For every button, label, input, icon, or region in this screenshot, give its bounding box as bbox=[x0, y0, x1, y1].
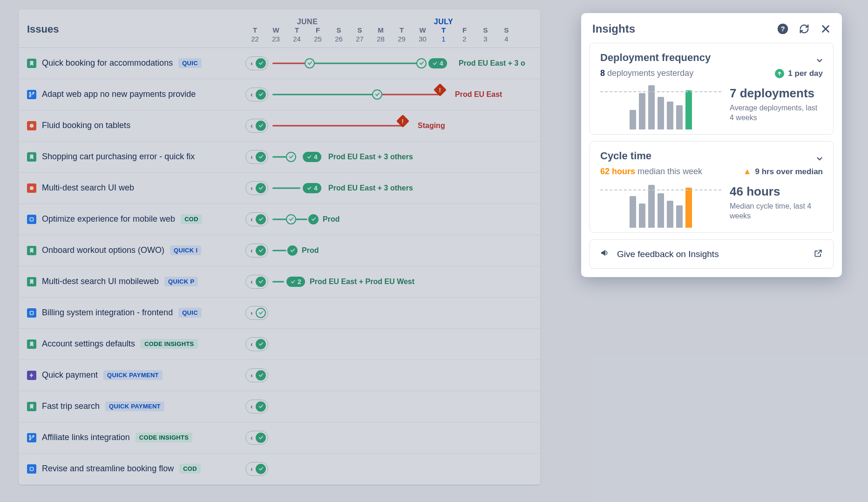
calendar-day: T29 bbox=[391, 26, 412, 44]
calendar-day: T1 bbox=[433, 26, 454, 44]
cycle-value: 62 hours bbox=[600, 167, 635, 176]
timeline-start-pill[interactable]: ‹ bbox=[245, 212, 268, 226]
deployment-frequency-card[interactable]: Deployment frequency 8 deployments yeste… bbox=[590, 43, 834, 135]
timeline-start-pill[interactable]: ‹ bbox=[245, 119, 268, 133]
chevron-left-icon: ‹ bbox=[251, 402, 253, 410]
deploy-trend: 1 per day bbox=[775, 69, 823, 78]
issue-type-icon bbox=[27, 433, 36, 442]
timeline-start-pill[interactable]: ‹ bbox=[245, 181, 268, 195]
issue-row[interactable]: Revise and streamline booking flowCOD‹ bbox=[19, 454, 540, 485]
timeline-count-pill: 4 bbox=[428, 58, 447, 68]
timeline-start-pill[interactable]: ‹ bbox=[245, 400, 268, 414]
cycle-statline: 62 hours median this week ▲ 9 hrs over m… bbox=[600, 167, 823, 176]
issue-row[interactable]: Affiliate links integrationCODE INSIGHTS… bbox=[19, 422, 540, 454]
insights-header: Insights ? bbox=[581, 13, 842, 43]
cycle-sparkline bbox=[600, 181, 721, 228]
refresh-icon[interactable] bbox=[798, 23, 810, 35]
issue-timeline: ‹Prod bbox=[244, 235, 540, 266]
calendar-day: W30 bbox=[412, 26, 433, 44]
month-june: JUNE bbox=[244, 18, 370, 26]
issue-row[interactable]: Multi-dest search UI web‹4Prod EU East +… bbox=[19, 173, 540, 204]
timeline-count-pill: 4 bbox=[303, 183, 321, 193]
status-check-icon bbox=[256, 339, 266, 349]
calendar-day: S26 bbox=[328, 26, 349, 44]
feedback-button[interactable]: Give feedback on Insights bbox=[590, 239, 834, 269]
timeline-start-pill[interactable]: ‹ bbox=[245, 56, 268, 70]
status-check-icon bbox=[256, 401, 266, 412]
timeline-check-node bbox=[286, 214, 296, 224]
timeline-count-pill: 4 bbox=[303, 152, 321, 162]
timeline-start-pill[interactable]: ‹ bbox=[245, 88, 268, 102]
issue-row[interactable]: Billing system integration - frontendQUI… bbox=[19, 298, 540, 329]
calendar-months: JUNE JULY bbox=[244, 9, 540, 26]
timeline-segment bbox=[310, 62, 421, 64]
cycle-time-card[interactable]: Cycle time 62 hours median this week ▲ 9… bbox=[590, 141, 834, 233]
timeline-start-pill[interactable]: ‹ bbox=[245, 368, 268, 382]
timeline-start-pill[interactable]: ‹ bbox=[245, 275, 268, 289]
issue-row-left: Billing system integration - frontendQUI… bbox=[19, 308, 244, 318]
issue-timeline: ‹2Prod EU East + Prod EU West bbox=[244, 266, 540, 297]
close-icon[interactable] bbox=[820, 23, 832, 35]
issue-row[interactable]: Fast trip searchQUICK PAYMENT‹ bbox=[19, 391, 540, 422]
chevron-down-icon[interactable] bbox=[815, 56, 824, 67]
cycle-card-body: 46 hours Median cycle time, last 4 weeks bbox=[600, 181, 823, 228]
help-icon[interactable]: ? bbox=[777, 23, 789, 35]
issue-row[interactable]: Shopping cart purchasing error - quick f… bbox=[19, 142, 540, 173]
warning-icon: ▲ bbox=[743, 167, 752, 176]
chevron-left-icon: ‹ bbox=[251, 278, 253, 285]
status-check-icon bbox=[256, 58, 266, 68]
spark-bar bbox=[648, 85, 655, 129]
status-check-icon bbox=[256, 183, 266, 193]
issue-title: Shopping cart purchasing error - quick f… bbox=[42, 152, 195, 162]
cycle-metric-value: 46 hours bbox=[730, 185, 823, 198]
issue-title: Revise and streamline booking flow bbox=[42, 464, 174, 474]
calendar-days: T22W23T24F25S26S27M28T29W30T1F2S3S4 bbox=[244, 26, 540, 47]
issue-row[interactable]: Quick booking for accommodationsQUIC‹4Pr… bbox=[19, 48, 540, 79]
issue-row[interactable]: Fluid booking on tablets‹Staging bbox=[19, 110, 540, 142]
chevron-left-icon: ‹ bbox=[251, 371, 253, 379]
chevron-left-icon: ‹ bbox=[251, 465, 253, 473]
status-check-icon bbox=[256, 370, 266, 380]
issue-badge: COD bbox=[181, 214, 202, 224]
external-link-icon bbox=[814, 249, 823, 260]
timeline-start-pill[interactable]: ‹ bbox=[245, 431, 268, 445]
issue-type-icon bbox=[27, 215, 36, 224]
timeline-start-pill[interactable]: ‹ bbox=[245, 150, 268, 164]
timeline-check-node bbox=[308, 214, 319, 224]
issue-row[interactable]: Optimize experience for mobile webCOD‹Pr… bbox=[19, 204, 540, 235]
timeline-start-pill[interactable]: ‹ bbox=[245, 337, 268, 351]
deployment-label: Prod EU East + 3 others bbox=[328, 153, 413, 161]
issue-row-left: Shopping cart purchasing error - quick f… bbox=[19, 152, 244, 162]
timeline-segment bbox=[272, 218, 286, 220]
timeline-segment bbox=[377, 94, 440, 95]
timeline-start-pill[interactable]: ‹ bbox=[245, 306, 268, 320]
issue-title: Fluid booking on tablets bbox=[42, 121, 130, 130]
issue-row-left: Quick booking for accommodationsQUIC bbox=[19, 58, 244, 68]
issue-row[interactable]: Adapt web app no new payments provide‹Pr… bbox=[19, 79, 540, 110]
deployment-label: Staging bbox=[418, 122, 445, 130]
issue-row[interactable]: Quick paymentQUICK PAYMENT‹ bbox=[19, 360, 540, 391]
issue-title: Quick booking for accommodations bbox=[42, 58, 173, 68]
issue-timeline: ‹Prod EU East bbox=[244, 79, 540, 110]
issue-row[interactable]: Account settings defaultsCODE INSIGHTS‹ bbox=[19, 329, 540, 360]
calendar-day: S4 bbox=[496, 26, 517, 44]
chevron-down-icon[interactable] bbox=[815, 155, 824, 165]
status-check-icon bbox=[256, 433, 266, 443]
issue-row-left: Affiliate links integrationCODE INSIGHTS bbox=[19, 433, 244, 442]
issue-row[interactable]: Multi-dest search UI mobilewebQUICK P‹2P… bbox=[19, 266, 540, 298]
cycle-metric-sub: Median cycle time, last 4 weeks bbox=[730, 201, 823, 221]
issue-type-icon bbox=[27, 308, 36, 318]
issue-row-left: Revise and streamline booking flowCOD bbox=[19, 464, 244, 474]
timeline-segment bbox=[272, 281, 284, 282]
calendar-day: S27 bbox=[349, 26, 370, 44]
calendar-day: F2 bbox=[454, 26, 475, 44]
insights-panel: Insights ? Deployment frequency 8 deploy… bbox=[581, 13, 842, 277]
status-check-icon bbox=[256, 214, 266, 224]
issue-row[interactable]: Onboard workout options (OWO)QUICK I‹Pro… bbox=[19, 235, 540, 266]
deployment-label: Prod bbox=[302, 246, 319, 255]
spark-bar bbox=[667, 102, 673, 129]
timeline-start-pill[interactable]: ‹ bbox=[245, 244, 268, 258]
timeline-start-pill[interactable]: ‹ bbox=[245, 462, 268, 476]
status-check-icon bbox=[256, 121, 266, 131]
issue-timeline: ‹4Prod EU East + 3 o bbox=[244, 48, 540, 79]
